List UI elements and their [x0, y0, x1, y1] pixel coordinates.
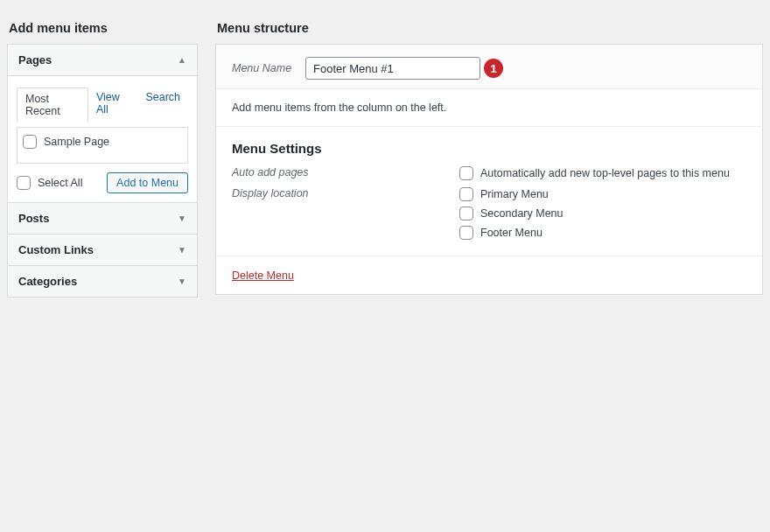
chevron-down-icon: ▼	[178, 214, 186, 223]
location-label: Secondary Menu	[480, 207, 564, 220]
chevron-up-icon: ▲	[178, 55, 186, 65]
display-location-options: Primary Menu Secondary Menu Footer Menu	[459, 187, 746, 240]
posts-section-label: Posts	[18, 212, 49, 225]
custom-links-section: Custom Links ▼	[8, 234, 197, 265]
pages-section-header[interactable]: Pages ▲	[8, 45, 197, 75]
menu-structure-title: Menu structure	[215, 21, 763, 35]
menu-name-label: Menu Name	[232, 62, 293, 74]
checkbox-icon[interactable]	[17, 176, 31, 190]
menu-panel-footer: Delete Menu	[216, 256, 762, 294]
menu-settings: Menu Settings Auto add pages Automatical…	[216, 127, 762, 256]
checkbox-icon[interactable]	[459, 206, 473, 220]
posts-section: Posts ▼	[8, 202, 197, 234]
add-menu-items-column: Add menu items Pages ▲ Most Recent View …	[7, 21, 198, 525]
location-label: Primary Menu	[480, 188, 549, 200]
location-label: Footer Menu	[480, 227, 542, 239]
select-all-row[interactable]: Select All	[17, 176, 82, 190]
menu-settings-grid: Auto add pages Automatically add new top…	[232, 166, 746, 240]
delete-menu-link[interactable]: Delete Menu	[232, 270, 294, 282]
posts-section-header[interactable]: Posts ▼	[8, 203, 197, 234]
pages-section-footer: Select All Add to Menu	[17, 172, 188, 193]
categories-section-label: Categories	[18, 275, 77, 288]
menu-item-sources-accordion: Pages ▲ Most Recent View All Search Samp…	[7, 44, 198, 298]
auto-add-new-pages-option[interactable]: Automatically add new top-level pages to…	[459, 166, 746, 180]
auto-add-option-label: Automatically add new top-level pages to…	[480, 167, 730, 179]
add-menu-items-title: Add menu items	[7, 21, 198, 35]
menu-name-row: Menu Name 1	[216, 45, 762, 89]
list-item[interactable]: Sample Page	[23, 135, 182, 149]
pages-section-label: Pages	[18, 53, 52, 66]
menu-structure-panel: Menu Name 1 Add menu items from the colu…	[215, 44, 763, 295]
instructions-text: Add menu items from the column on the le…	[232, 102, 446, 114]
menu-name-input[interactable]	[305, 57, 480, 80]
location-option-footer[interactable]: Footer Menu	[459, 226, 746, 240]
auto-add-options: Automatically add new top-level pages to…	[459, 166, 746, 180]
checkbox-icon[interactable]	[23, 135, 37, 149]
tab-most-recent[interactable]: Most Recent	[17, 88, 88, 122]
pages-tabs: Most Recent View All Search	[17, 87, 188, 122]
location-option-secondary[interactable]: Secondary Menu	[459, 206, 746, 220]
custom-links-section-header[interactable]: Custom Links ▼	[8, 234, 197, 265]
checkbox-icon[interactable]	[459, 226, 473, 240]
pages-section-body: Most Recent View All Search Sample Page …	[8, 75, 197, 202]
location-option-primary[interactable]: Primary Menu	[459, 187, 746, 201]
auto-add-pages-label: Auto add pages	[232, 166, 451, 178]
menu-settings-heading: Menu Settings	[232, 141, 746, 156]
add-to-menu-button[interactable]: Add to Menu	[107, 172, 188, 193]
page-item-label: Sample Page	[44, 136, 109, 148]
tab-view-all[interactable]: View All	[88, 87, 137, 122]
categories-section-header[interactable]: Categories ▼	[8, 266, 197, 297]
instructions-row: Add menu items from the column on the le…	[216, 89, 762, 127]
tab-search[interactable]: Search	[137, 87, 188, 122]
chevron-down-icon: ▼	[178, 245, 186, 255]
custom-links-section-label: Custom Links	[18, 243, 94, 256]
chevron-down-icon: ▼	[178, 276, 186, 286]
pages-section: Pages ▲ Most Recent View All Search Samp…	[8, 45, 197, 202]
annotation-badge: 1	[484, 59, 503, 78]
menu-structure-column: Menu structure Menu Name 1 Add menu item…	[215, 21, 763, 525]
select-all-label: Select All	[38, 177, 82, 189]
pages-list: Sample Page	[17, 127, 188, 164]
checkbox-icon[interactable]	[459, 166, 473, 180]
categories-section: Categories ▼	[8, 265, 197, 297]
display-location-label: Display location	[232, 187, 451, 200]
checkbox-icon[interactable]	[459, 187, 473, 201]
